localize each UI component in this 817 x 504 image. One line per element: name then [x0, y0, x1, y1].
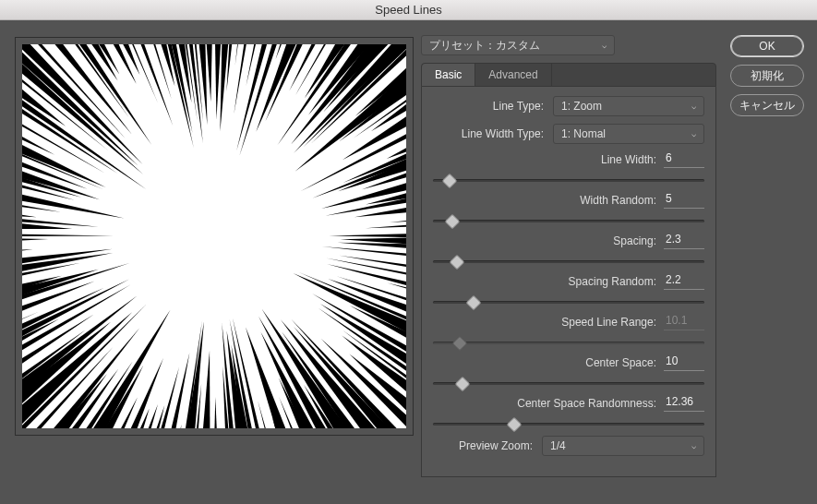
reset-button[interactable]: 初期化	[730, 65, 804, 87]
spacingRandom-slider[interactable]	[433, 295, 704, 308]
preview-zoom-dropdown[interactable]: 1/4 ⌵	[542, 436, 704, 456]
spacing-value[interactable]: 2.3	[664, 233, 704, 249]
svg-marker-39	[212, 397, 222, 428]
svg-marker-72	[22, 270, 99, 326]
preview-zoom-value: 1/4	[550, 439, 566, 452]
svg-marker-78	[22, 237, 49, 246]
chevron-down-icon: ⌵	[691, 441, 696, 450]
spacingRandom-value[interactable]: 2.2	[664, 273, 704, 290]
preview-canvas	[22, 44, 406, 428]
lineWidth-label: Line Width:	[601, 153, 664, 166]
centerSpaceRandomness-label: Center Space Randomness:	[517, 397, 664, 410]
svg-marker-109	[108, 44, 173, 126]
centerSpaceRandomness-slider[interactable]	[433, 417, 704, 430]
preset-value: プリセット：カスタム	[429, 38, 540, 54]
window-title: Speed Lines	[0, 0, 817, 20]
lineWidth-slider[interactable]	[433, 174, 704, 186]
basic-panel: Line Type: 1: Zoom ⌵ Line Width Type: 1:…	[421, 87, 716, 477]
line-width-type-value: 1: Nomal	[561, 127, 606, 140]
svg-marker-158	[366, 217, 406, 228]
preview-zoom-label: Preview Zoom:	[433, 439, 542, 452]
line-width-type-dropdown[interactable]: 1: Nomal ⌵	[553, 124, 704, 144]
svg-marker-111	[131, 44, 174, 86]
chevron-down-icon: ⌵	[691, 129, 696, 138]
spacingRandom-label: Spacing Random:	[569, 275, 664, 288]
tab-bar: Basic Advanced	[421, 63, 716, 87]
centerSpace-value[interactable]: 10	[664, 354, 704, 371]
lineWidth-value[interactable]: 6	[664, 151, 704, 168]
chevron-down-icon: ⌵	[602, 41, 607, 50]
line-type-label: Line Type:	[433, 100, 553, 113]
svg-marker-79	[22, 233, 114, 237]
chevron-down-icon: ⌵	[691, 102, 696, 111]
dialog-buttons: OK 初期化 キャンセル	[730, 35, 804, 116]
ok-button[interactable]: OK	[730, 35, 804, 57]
preset-dropdown[interactable]: プリセット：カスタム ⌵	[421, 35, 615, 55]
speedLineRange-value: 10.1	[664, 314, 704, 330]
speedLineRange-label: Speed Line Range:	[561, 316, 664, 329]
centerSpace-label: Center Space:	[585, 356, 664, 369]
line-width-type-label: Line Width Type:	[433, 127, 553, 140]
cancel-button[interactable]: キャンセル	[730, 94, 804, 116]
svg-marker-45	[149, 353, 190, 428]
svg-marker-159	[329, 231, 406, 239]
line-type-dropdown[interactable]: 1: Zoom ⌵	[553, 96, 704, 116]
preview-frame	[15, 37, 414, 436]
speedLineRange-slider	[433, 336, 704, 349]
widthRandom-slider[interactable]	[433, 214, 704, 227]
line-type-value: 1: Zoom	[561, 100, 602, 113]
dialog-content: プリセット：カスタム ⌵ Basic Advanced Line Type: 1…	[0, 20, 817, 504]
spacing-label: Spacing:	[613, 234, 664, 247]
spacing-slider[interactable]	[433, 255, 704, 268]
controls-panel: プリセット：カスタム ⌵ Basic Advanced Line Type: 1…	[421, 35, 716, 477]
centerSpace-slider[interactable]	[433, 377, 704, 390]
tab-advanced[interactable]: Advanced	[475, 64, 551, 86]
centerSpaceRandomness-value[interactable]: 12.36	[664, 395, 704, 412]
widthRandom-label: Width Random:	[580, 194, 664, 207]
widthRandom-value[interactable]: 5	[664, 192, 704, 209]
tab-basic[interactable]: Basic	[422, 64, 475, 86]
